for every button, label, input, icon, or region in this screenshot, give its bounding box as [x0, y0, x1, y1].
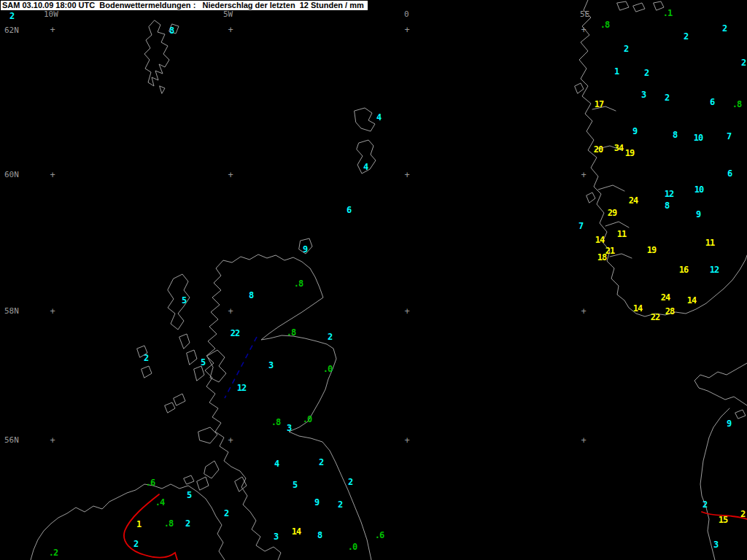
grid-cross: +	[404, 307, 409, 316]
station-value: .8	[732, 100, 741, 109]
coastline-jutland	[700, 408, 729, 560]
grid-cross: +	[581, 26, 586, 34]
coastline-mull	[198, 427, 217, 443]
coastline-layer	[31, 0, 747, 560]
station-value: 7	[578, 222, 583, 230]
coastline-fjord-4	[605, 222, 629, 228]
grid-cross: +	[404, 436, 409, 445]
coastline-scotland-east	[261, 268, 371, 560]
lon-label: 5E	[580, 10, 589, 18]
station-value: 5	[182, 296, 186, 305]
station-value: 5	[187, 491, 191, 499]
coastline-shetland-isle-s	[160, 86, 165, 93]
coastline-jura	[197, 477, 209, 490]
station-value: 7	[727, 132, 731, 141]
station-value: 5	[201, 358, 205, 367]
coastline-ireland	[31, 484, 225, 560]
station-value: 1	[136, 520, 141, 529]
station-value: 9	[303, 245, 307, 254]
station-value: 21	[605, 246, 614, 255]
coastline-rathlin	[184, 475, 194, 484]
station-value: 6	[347, 206, 351, 214]
coastline-lewis	[168, 274, 190, 330]
station-value: 14	[595, 236, 604, 244]
station-value: 3	[274, 532, 278, 541]
station-value: 2	[133, 540, 138, 548]
station-value: 28	[665, 307, 674, 316]
station-value: 2	[703, 500, 707, 509]
station-value: 34	[614, 144, 623, 152]
station-value: 12	[665, 190, 673, 198]
station-value: .0	[323, 365, 332, 373]
station-value: 9	[314, 498, 319, 507]
station-value: .8	[164, 519, 173, 528]
station-value: 4	[363, 163, 368, 171]
grid-cross: +	[228, 26, 233, 34]
station-value: .0	[348, 542, 357, 551]
coastline-uist-1	[179, 334, 190, 349]
grid-cross: +	[50, 26, 55, 34]
station-value: 11	[705, 238, 714, 247]
station-value: 8	[673, 131, 677, 139]
coastline-shetland	[144, 20, 169, 86]
station-value: .1	[663, 9, 672, 18]
coastline-small-isle-2	[142, 366, 152, 378]
station-value: 2	[741, 58, 746, 67]
station-value: 2	[144, 354, 148, 362]
lon-label: 5W	[223, 10, 233, 18]
weather-map: SAM 03.10.09 18:00 UTC Bodenwettermeldun…	[0, 0, 747, 560]
station-value: 9	[632, 127, 637, 136]
lon-label: 10W	[44, 10, 58, 18]
station-value: 8	[169, 26, 174, 35]
map-graphics-layer	[0, 0, 747, 560]
station-value: 10	[694, 185, 703, 194]
station-value: .8	[271, 418, 280, 427]
station-value: 20	[594, 145, 603, 154]
grid-cross: +	[581, 307, 586, 316]
coastline-islay	[204, 461, 219, 478]
station-value: 9	[696, 210, 700, 219]
station-value: 10	[694, 133, 703, 142]
station-value: 3	[713, 540, 718, 549]
station-value: .0	[303, 415, 311, 424]
grid-cross: +	[581, 171, 586, 179]
station-value: 8	[317, 531, 322, 540]
grid-cross: +	[404, 171, 409, 179]
coastline-tiree	[174, 394, 185, 405]
coastline-scotland-west	[205, 254, 310, 560]
station-value: 2	[684, 32, 688, 41]
station-value: 3	[287, 424, 291, 432]
station-value: 14	[687, 296, 696, 305]
station-value: 12	[237, 384, 246, 392]
grid-cross: +	[228, 307, 233, 316]
station-value: 2	[740, 510, 745, 518]
coastline-norway-islet-4	[633, 3, 645, 12]
grid-cross: +	[228, 436, 233, 445]
station-value: 6	[710, 98, 714, 106]
station-value: .8	[294, 279, 303, 288]
lat-label: 58N	[4, 307, 19, 315]
station-value: 24	[661, 293, 670, 302]
station-value: 29	[608, 209, 616, 217]
station-value: 3	[641, 90, 646, 99]
station-value: 24	[629, 196, 638, 205]
station-value: 2	[224, 509, 228, 518]
station-value: .6	[146, 478, 155, 487]
station-value: 9	[727, 419, 731, 428]
grid-cross: +	[228, 171, 233, 179]
station-value: 2	[665, 93, 669, 102]
coastline-uist-2	[187, 350, 197, 365]
coastline-norway-islet-1	[575, 83, 584, 93]
lat-label: 60N	[4, 171, 19, 179]
station-value: 2	[319, 458, 323, 467]
station-value: 22	[231, 329, 239, 338]
station-value: 11	[617, 230, 626, 238]
station-value: 19	[625, 149, 634, 158]
station-value: .2	[49, 548, 58, 557]
grid-cross: +	[50, 171, 55, 179]
station-value: 2	[722, 24, 727, 33]
station-value: 19	[647, 246, 656, 254]
coastline-coll	[165, 402, 175, 413]
coastline-norway	[579, 0, 747, 316]
grid-cross: +	[404, 26, 409, 34]
